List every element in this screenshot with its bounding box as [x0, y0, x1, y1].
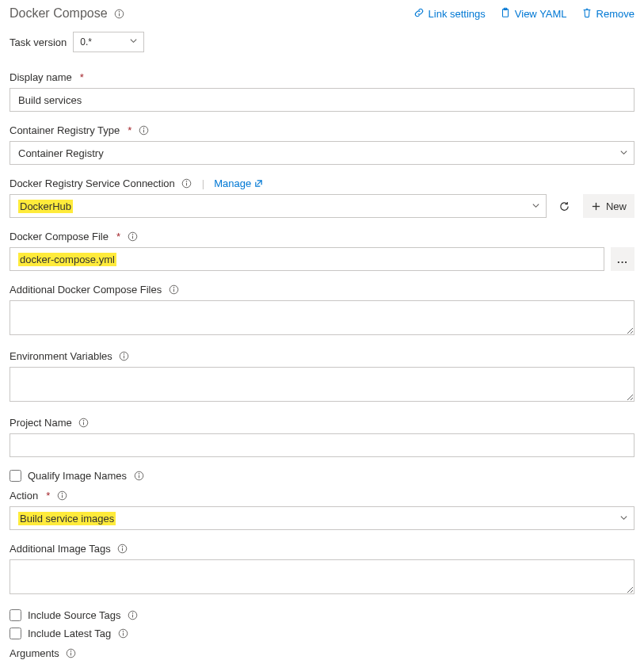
info-icon[interactable] [117, 628, 128, 639]
chevron-down-icon [532, 200, 540, 212]
include-source-tags-checkbox[interactable] [10, 609, 21, 621]
docker-registry-conn-value: DockerHub [18, 200, 73, 213]
action-label: Action [10, 490, 38, 502]
svg-point-30 [62, 493, 63, 494]
additional-compose-label: Additional Docker Compose Files [10, 284, 162, 296]
svg-point-36 [132, 612, 133, 613]
external-link-icon [254, 179, 263, 188]
info-icon[interactable] [119, 351, 130, 362]
info-icon[interactable] [66, 648, 77, 659]
container-registry-type-value: Container Registry [18, 147, 104, 159]
arguments-label: Arguments [10, 647, 59, 659]
manage-link[interactable]: Manage [214, 177, 263, 189]
svg-point-39 [123, 631, 124, 631]
chevron-down-icon [619, 147, 628, 159]
svg-point-7 [143, 128, 144, 128]
additional-image-tags-input[interactable] [10, 559, 634, 594]
manage-label: Manage [214, 177, 251, 189]
include-source-tags-label[interactable]: Include Source Tags [28, 609, 121, 621]
task-version-value: 0.* [80, 36, 92, 48]
qualify-image-names-label[interactable]: Qualify Image Names [28, 470, 127, 482]
view-yaml-button[interactable]: View YAML [500, 7, 567, 21]
svg-point-27 [139, 473, 139, 474]
project-name-input[interactable] [10, 433, 634, 457]
env-vars-label: Environment Variables [10, 350, 112, 362]
qualify-image-names-checkbox[interactable] [10, 470, 21, 482]
info-icon[interactable] [128, 610, 139, 621]
project-name-label: Project Name [10, 417, 72, 429]
info-icon[interactable] [78, 418, 90, 429]
info-icon[interactable] [168, 284, 179, 296]
svg-point-15 [132, 234, 133, 235]
container-registry-type-select[interactable]: Container Registry [10, 141, 634, 165]
svg-rect-3 [502, 9, 508, 17]
separator: | [202, 177, 204, 189]
container-registry-type-label: Container Registry Type [10, 124, 120, 136]
svg-point-18 [173, 287, 174, 288]
action-value: Build service images [18, 512, 116, 525]
info-icon[interactable] [114, 8, 125, 19]
info-icon[interactable] [127, 231, 138, 242]
chevron-down-icon [619, 513, 628, 525]
clipboard-icon [500, 7, 511, 21]
task-version-label: Task version [10, 36, 67, 48]
refresh-icon [558, 200, 570, 212]
new-label: New [606, 200, 627, 212]
action-select[interactable]: Build service images [10, 506, 634, 530]
remove-label: Remove [596, 8, 634, 20]
docker-compose-file-value: docker-compose.yml [18, 253, 116, 266]
browse-button[interactable]: ... [611, 247, 634, 271]
env-vars-input[interactable] [10, 367, 634, 402]
required-marker: * [80, 71, 84, 83]
docker-compose-file-label: Docker Compose File [10, 231, 109, 242]
display-name-label: Display name [10, 71, 72, 83]
info-icon[interactable] [56, 490, 67, 502]
chevron-down-icon [129, 36, 138, 48]
info-icon[interactable] [117, 544, 128, 555]
svg-point-21 [124, 353, 124, 354]
required-marker: * [116, 231, 120, 242]
svg-point-42 [70, 650, 71, 651]
required-marker: * [46, 490, 50, 502]
svg-point-33 [122, 546, 123, 547]
trash-icon [581, 7, 593, 21]
display-name-input[interactable] [10, 88, 634, 112]
docker-registry-conn-label: Docker Registry Service Connection [10, 177, 175, 189]
page-title: Docker Compose [10, 6, 108, 21]
link-settings-label: Link settings [429, 8, 486, 20]
svg-point-10 [186, 181, 187, 181]
remove-button[interactable]: Remove [581, 7, 634, 21]
required-marker: * [128, 124, 131, 136]
info-icon[interactable] [181, 178, 192, 189]
info-icon[interactable] [133, 471, 144, 482]
svg-point-24 [83, 420, 84, 421]
plus-icon [591, 201, 601, 212]
link-icon [413, 7, 425, 21]
additional-compose-input[interactable] [10, 300, 634, 335]
task-version-select[interactable]: 0.* [73, 32, 144, 52]
new-button[interactable]: New [583, 194, 634, 218]
view-yaml-label: View YAML [515, 8, 567, 20]
include-latest-tag-checkbox[interactable] [10, 628, 21, 639]
docker-registry-conn-select[interactable]: DockerHub [10, 194, 547, 218]
link-settings-button[interactable]: Link settings [413, 7, 486, 21]
include-latest-tag-label[interactable]: Include Latest Tag [28, 628, 111, 639]
additional-image-tags-label: Additional Image Tags [10, 543, 111, 555]
refresh-button[interactable] [553, 194, 577, 218]
docker-compose-file-input[interactable]: docker-compose.yml [10, 247, 604, 271]
ellipsis-icon: ... [617, 254, 628, 265]
svg-point-2 [119, 11, 120, 12]
info-icon[interactable] [138, 125, 149, 136]
